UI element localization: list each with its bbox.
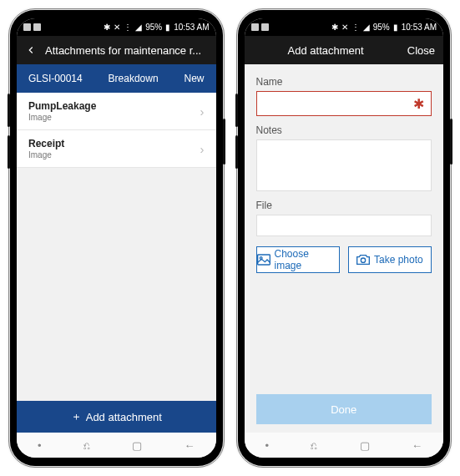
softkey-bar: • ⎌ ▢ ← xyxy=(245,433,444,458)
softkey-home[interactable]: ▢ xyxy=(360,439,370,452)
record-status: New xyxy=(184,73,204,84)
camera-icon xyxy=(356,254,370,266)
clock-text: 10:53 AM xyxy=(402,23,437,32)
status-bar: ✱ ✕ ⋮ ◢ 95% ▮ 10:53 AM xyxy=(245,18,444,36)
list-item[interactable]: PumpLeakage Image › xyxy=(17,93,216,130)
nav-bar: Attachments for maintenance r... xyxy=(17,36,216,64)
record-info-bar: GLSI-00014 Breakdown New xyxy=(17,64,216,93)
mute-icon: ✕ xyxy=(114,23,120,32)
back-icon[interactable] xyxy=(25,44,37,56)
notes-input[interactable] xyxy=(256,139,432,191)
svg-rect-0 xyxy=(257,255,270,265)
notification-icon xyxy=(33,23,41,31)
attachment-subtitle: Image xyxy=(28,113,96,122)
add-attachment-button[interactable]: ＋ Add attachment xyxy=(17,401,216,433)
name-input[interactable]: ✱ xyxy=(256,91,432,116)
softkey-back[interactable]: ← xyxy=(412,439,422,452)
wifi-icon: ⋮ xyxy=(351,23,360,32)
chevron-right-icon: › xyxy=(200,142,205,156)
softkey-back[interactable]: ← xyxy=(184,439,195,452)
phone-right: ✱ ✕ ⋮ ◢ 95% ▮ 10:53 AM Add attachment Cl… xyxy=(238,10,451,466)
done-button[interactable]: Done xyxy=(256,394,432,424)
chevron-right-icon: › xyxy=(200,104,205,119)
notes-label: Notes xyxy=(256,124,432,136)
screen-right: ✱ ✕ ⋮ ◢ 95% ▮ 10:53 AM Add attachment Cl… xyxy=(245,18,444,458)
battery-text: 95% xyxy=(145,23,162,32)
softkey-dot[interactable]: • xyxy=(38,439,42,452)
attachment-title: Receipt xyxy=(28,138,64,149)
done-label: Done xyxy=(331,403,356,416)
image-icon xyxy=(257,254,270,266)
file-input[interactable] xyxy=(256,215,432,236)
bluetooth-icon: ✱ xyxy=(104,23,110,32)
plus-icon: ＋ xyxy=(71,409,82,424)
attachments-list[interactable]: PumpLeakage Image › Receipt Image › xyxy=(17,93,216,401)
softkey-home[interactable]: ▢ xyxy=(132,439,142,452)
close-button[interactable]: Close xyxy=(407,44,435,57)
notification-icon xyxy=(251,23,259,31)
take-photo-label: Take photo xyxy=(374,254,423,266)
status-bar: ✱ ✕ ⋮ ◢ 95% ▮ 10:53 AM xyxy=(17,18,216,36)
add-attachment-form: Name ✱ Notes File Choose image xyxy=(245,64,444,433)
notification-icon xyxy=(23,23,31,31)
battery-text: 95% xyxy=(373,23,390,32)
signal-icon: ◢ xyxy=(135,23,142,32)
signal-icon: ◢ xyxy=(363,23,370,32)
list-item[interactable]: Receipt Image › xyxy=(17,130,216,168)
attachment-subtitle: Image xyxy=(28,150,64,160)
page-title: Attachments for maintenance r... xyxy=(45,44,208,57)
softkey-recents[interactable]: ⎌ xyxy=(311,439,317,452)
record-type: Breakdown xyxy=(109,73,159,84)
wifi-icon: ⋮ xyxy=(124,23,132,32)
softkey-dot[interactable]: • xyxy=(265,439,270,452)
choose-image-button[interactable]: Choose image xyxy=(256,246,340,273)
choose-image-label: Choose image xyxy=(275,248,339,271)
mute-icon: ✕ xyxy=(341,23,348,32)
bluetooth-icon: ✱ xyxy=(331,23,338,32)
clock-text: 10:53 AM xyxy=(174,23,209,32)
add-attachment-label: Add attachment xyxy=(86,411,162,423)
svg-point-2 xyxy=(361,258,365,262)
screen-left: ✱ ✕ ⋮ ◢ 95% ▮ 10:53 AM Attachments for m… xyxy=(17,18,216,458)
file-label: File xyxy=(256,200,432,211)
nav-bar: Add attachment Close xyxy=(245,36,444,64)
attachment-title: PumpLeakage xyxy=(28,100,96,112)
phone-left: ✱ ✕ ⋮ ◢ 95% ▮ 10:53 AM Attachments for m… xyxy=(10,10,223,466)
battery-icon: ▮ xyxy=(393,23,398,32)
notification-icon xyxy=(261,23,269,31)
page-title: Add attachment xyxy=(253,44,399,57)
required-icon: ✱ xyxy=(413,96,424,112)
battery-icon: ▮ xyxy=(165,23,170,32)
softkey-recents[interactable]: ⎌ xyxy=(83,439,90,452)
take-photo-button[interactable]: Take photo xyxy=(348,246,432,273)
softkey-bar: • ⎌ ▢ ← xyxy=(17,433,216,458)
name-label: Name xyxy=(256,76,432,88)
record-id: GLSI-00014 xyxy=(28,73,83,84)
